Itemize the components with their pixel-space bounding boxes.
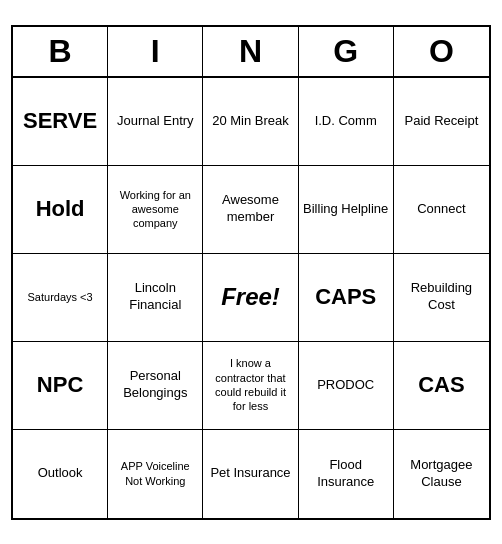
header-letter-g: G: [299, 27, 394, 76]
bingo-cell-15: NPC: [13, 342, 108, 430]
bingo-cell-21: APP Voiceline Not Working: [108, 430, 203, 518]
bingo-cell-13: CAPS: [299, 254, 394, 342]
bingo-grid: SERVEJournal Entry20 Min BreakI.D. CommP…: [13, 78, 489, 518]
bingo-cell-24: Mortgagee Clause: [394, 430, 489, 518]
bingo-cell-9: Connect: [394, 166, 489, 254]
bingo-cell-20: Outlook: [13, 430, 108, 518]
bingo-cell-16: Personal Belongings: [108, 342, 203, 430]
bingo-cell-11: Lincoln Financial: [108, 254, 203, 342]
bingo-cell-1: Journal Entry: [108, 78, 203, 166]
bingo-header: BINGO: [13, 27, 489, 78]
bingo-cell-8: Billing Helpline: [299, 166, 394, 254]
bingo-cell-23: Flood Insurance: [299, 430, 394, 518]
header-letter-i: I: [108, 27, 203, 76]
bingo-cell-18: PRODOC: [299, 342, 394, 430]
bingo-cell-19: CAS: [394, 342, 489, 430]
bingo-card: BINGO SERVEJournal Entry20 Min BreakI.D.…: [11, 25, 491, 520]
bingo-cell-17: I know a contractor that could rebuild i…: [203, 342, 298, 430]
bingo-cell-5: Hold: [13, 166, 108, 254]
bingo-cell-7: Awesome member: [203, 166, 298, 254]
header-letter-b: B: [13, 27, 108, 76]
bingo-cell-2: 20 Min Break: [203, 78, 298, 166]
bingo-cell-4: Paid Receipt: [394, 78, 489, 166]
header-letter-n: N: [203, 27, 298, 76]
bingo-cell-0: SERVE: [13, 78, 108, 166]
bingo-cell-14: Rebuilding Cost: [394, 254, 489, 342]
bingo-cell-3: I.D. Comm: [299, 78, 394, 166]
bingo-cell-22: Pet Insurance: [203, 430, 298, 518]
bingo-cell-6: Working for an awesome company: [108, 166, 203, 254]
bingo-cell-10: Saturdays <3: [13, 254, 108, 342]
bingo-cell-12: Free!: [203, 254, 298, 342]
header-letter-o: O: [394, 27, 489, 76]
